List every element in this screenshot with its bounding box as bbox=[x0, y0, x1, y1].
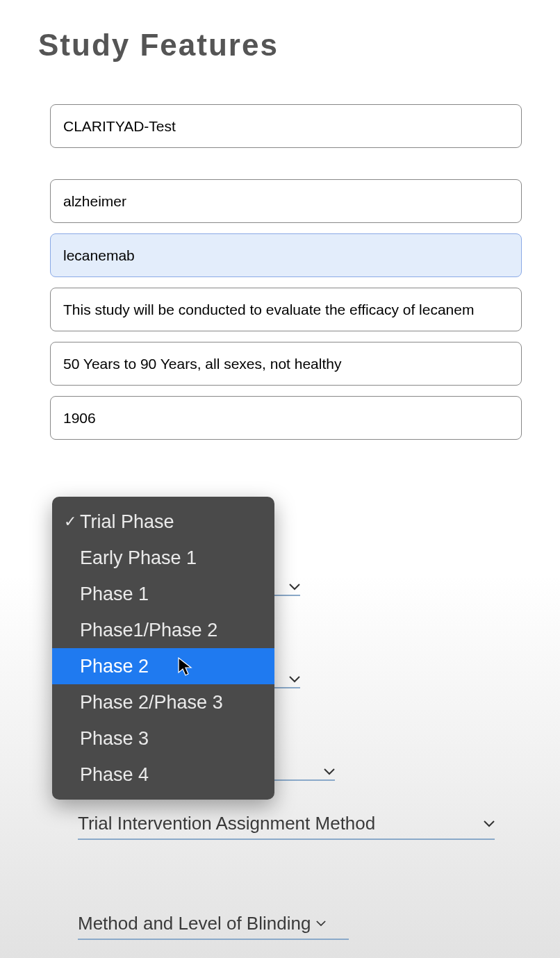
enrollment-input[interactable]: 1906 bbox=[50, 396, 522, 440]
chevron-down-icon bbox=[316, 920, 326, 927]
dropdown-option-2[interactable]: Phase 1 bbox=[52, 576, 274, 612]
chevron-down-icon bbox=[484, 820, 495, 827]
study-name-input[interactable]: CLARITYAD-Test bbox=[50, 104, 522, 148]
dropdown-option-label: Phase1/Phase 2 bbox=[80, 620, 217, 641]
dropdown-option-0[interactable]: ✓Trial Phase bbox=[52, 504, 274, 540]
dropdown-option-label: Phase 3 bbox=[80, 728, 149, 750]
chevron-down-icon bbox=[324, 768, 335, 775]
lower-selects: Trial Intervention Assignment Method Met… bbox=[64, 813, 495, 958]
condition-input[interactable]: alzheimer bbox=[50, 179, 522, 223]
description-input[interactable]: This study will be conducted to evaluate… bbox=[50, 288, 522, 331]
dropdown-option-5[interactable]: Phase 2/Phase 3 bbox=[52, 684, 274, 720]
intervention-input[interactable]: lecanemab bbox=[50, 233, 522, 277]
dropdown-option-4[interactable]: Phase 2 bbox=[52, 648, 274, 684]
eligibility-input[interactable]: 50 Years to 90 Years, all sexes, not hea… bbox=[50, 342, 522, 386]
study-features-form: CLARITYAD-Test alzheimer lecanemab This … bbox=[0, 63, 560, 440]
page-title: Study Features bbox=[0, 0, 560, 63]
dropdown-option-1[interactable]: Early Phase 1 bbox=[52, 540, 274, 576]
assignment-method-label: Trial Intervention Assignment Method bbox=[78, 813, 375, 834]
dropdown-option-3[interactable]: Phase1/Phase 2 bbox=[52, 612, 274, 648]
dropdown-option-label: Phase 2/Phase 3 bbox=[80, 692, 223, 713]
trial-phase-dropdown[interactable]: ✓Trial PhaseEarly Phase 1Phase 1Phase1/P… bbox=[52, 497, 274, 800]
dropdown-option-label: Phase 2 bbox=[80, 656, 149, 677]
dropdown-option-label: Phase 4 bbox=[80, 764, 149, 786]
chevron-down-icon bbox=[289, 676, 300, 683]
dropdown-option-6[interactable]: Phase 3 bbox=[52, 720, 274, 757]
dropdown-option-7[interactable]: Phase 4 bbox=[52, 757, 274, 793]
dropdown-option-label: Phase 1 bbox=[80, 584, 149, 605]
chevron-down-icon bbox=[289, 584, 300, 591]
dropdown-option-label: Early Phase 1 bbox=[80, 547, 197, 569]
dropdown-option-label: Trial Phase bbox=[80, 511, 174, 533]
blinding-label: Method and Level of Blinding bbox=[78, 913, 311, 934]
blinding-select[interactable]: Method and Level of Blinding bbox=[78, 913, 349, 940]
assignment-method-select[interactable]: Trial Intervention Assignment Method bbox=[78, 813, 495, 840]
check-icon: ✓ bbox=[60, 513, 80, 531]
